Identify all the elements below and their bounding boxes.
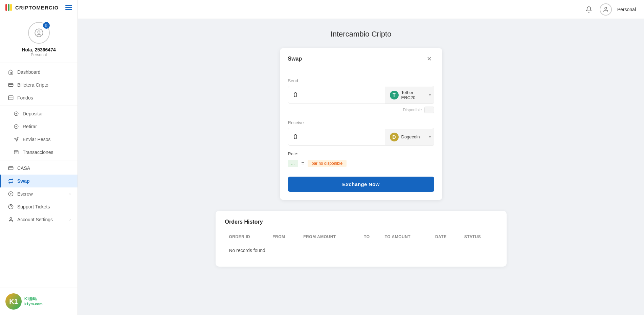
topbar-avatar[interactable]: [600, 3, 612, 16]
sidebar-item-label: Enviar Pesos: [23, 137, 71, 142]
chevron-down-icon: ▾: [429, 135, 431, 139]
page-content: Intercambio Cripto Swap ✕ Send T Tether …: [78, 19, 644, 315]
home-icon: [8, 69, 14, 75]
sidebar-item-casa[interactable]: CASA: [0, 162, 77, 175]
svg-point-0: [35, 29, 43, 37]
svg-point-1: [38, 31, 40, 33]
chevron-down-icon: ▾: [429, 93, 431, 97]
col-to: TO: [360, 232, 381, 242]
card-icon: [8, 95, 14, 101]
col-order-id: ORDER ID: [225, 232, 269, 242]
chevron-right-icon: ›: [69, 192, 71, 196]
sidebar-nav: Dashboard Billetera Cripto Fondos Deposi…: [0, 63, 77, 288]
sidebar-item-escrow[interactable]: Escrow ›: [0, 187, 77, 200]
profile-name: Hola, 25366474: [22, 47, 55, 52]
chevron-right-icon: ›: [69, 217, 71, 222]
user-icon: [8, 217, 14, 223]
sidebar-item-dashboard[interactable]: Dashboard: [0, 66, 77, 78]
sidebar-item-swap[interactable]: Swap: [0, 175, 77, 187]
receive-input-row: D Dogecoin ▾: [288, 128, 434, 146]
sidebar-item-label: Escrow: [17, 191, 66, 197]
sidebar-item-label: Fondos: [17, 95, 71, 100]
sidebar-item-label: Retirar: [23, 124, 71, 129]
sidebar-item-enviar[interactable]: Enviar Pesos: [0, 133, 77, 146]
receive-amount-input[interactable]: [288, 128, 385, 145]
svg-rect-16: [8, 166, 13, 170]
available-dots[interactable]: ...: [424, 107, 434, 113]
receive-token-select[interactable]: D Dogecoin ▾: [385, 129, 434, 145]
sidebar-item-transacciones[interactable]: Transacciones: [0, 146, 77, 159]
receive-label: Receive: [288, 120, 434, 125]
sidebar-item-account[interactable]: Account Settings ›: [0, 213, 77, 226]
sidebar-item-label: Billetera Cripto: [17, 82, 71, 88]
doge-icon: D: [390, 133, 399, 141]
sidebar-item-billetera[interactable]: Billetera Cripto: [0, 78, 77, 91]
wallet-icon: [8, 82, 14, 88]
orders-table-body: No records found.: [225, 242, 497, 259]
gear-badge[interactable]: ⚙: [43, 22, 50, 29]
support-icon: [8, 204, 14, 210]
sidebar-item-fondos[interactable]: Fondos: [0, 91, 77, 104]
receive-token-label: Dogecoin: [401, 134, 420, 139]
rate-row: ... = par no disponible: [288, 160, 434, 167]
sidebar-item-label: Dashboard: [17, 69, 71, 75]
send-amount-input[interactable]: [288, 86, 385, 104]
swap-icon: [8, 178, 14, 184]
rate-unavailable-badge: par no disponible: [308, 160, 347, 167]
col-from: FROM: [268, 232, 299, 242]
footer-text: K1源码k1ym.com: [24, 296, 43, 307]
sidebar-item-label: Depositar: [23, 111, 71, 116]
svg-rect-2: [8, 83, 13, 86]
rate-equals: =: [302, 161, 304, 166]
casa-icon: [8, 165, 14, 171]
send-token-select[interactable]: T Tether ERC20 ▾: [385, 87, 434, 104]
page-title: Intercambio Cripto: [94, 30, 628, 39]
exchange-now-button[interactable]: Exchange Now: [288, 177, 434, 192]
svg-rect-4: [8, 96, 13, 100]
send-input-row: T Tether ERC20 ▾: [288, 86, 434, 104]
brand-name: CRIPTOMERCIO: [15, 5, 59, 10]
topbar: Personal: [78, 0, 644, 19]
sidebar-item-label: Support Tickets: [17, 204, 71, 209]
swap-card: Swap ✕ Send T Tether ERC20 ▾ Disponible …: [280, 48, 442, 200]
col-from-amount: FROM AMOUNT: [299, 232, 360, 242]
no-records-message: No records found.: [225, 242, 497, 259]
orders-title: Orders History: [225, 219, 497, 225]
sidebar-item-depositar[interactable]: Depositar: [0, 107, 77, 120]
col-date: DATE: [431, 232, 460, 242]
svg-point-23: [10, 218, 12, 219]
sidebar-item-support[interactable]: Support Tickets: [0, 200, 77, 213]
hamburger-menu[interactable]: [65, 5, 72, 10]
svg-rect-13: [14, 151, 18, 154]
notifications-icon[interactable]: [583, 4, 594, 15]
tether-icon: T: [390, 91, 399, 99]
orders-table: ORDER ID FROM FROM AMOUNT TO TO AMOUNT D…: [225, 232, 497, 258]
logo-icon: [5, 4, 12, 11]
send-label: Send: [288, 78, 434, 83]
col-to-amount: TO AMOUNT: [381, 232, 431, 242]
table-row-empty: No records found.: [225, 242, 497, 259]
svg-point-24: [605, 7, 607, 9]
orders-table-head: ORDER ID FROM FROM AMOUNT TO TO AMOUNT D…: [225, 232, 497, 242]
sidebar-item-retirar[interactable]: Retirar: [0, 120, 77, 133]
sidebar-topbar: CRIPTOMERCIO: [0, 0, 77, 15]
available-row: Disponible ...: [288, 107, 434, 113]
avatar-wrap: ⚙: [28, 22, 50, 44]
sidebar: CRIPTOMERCIO ⚙ Hola, 25366474 Personal D…: [0, 0, 78, 315]
available-label: Disponible: [403, 108, 422, 112]
plus-circle-icon: [13, 111, 19, 117]
sidebar-item-label: Swap: [17, 178, 71, 184]
escrow-icon: [8, 191, 14, 197]
sidebar-item-label: Transacciones: [23, 150, 71, 155]
rate-section: Rate: ... = par no disponible: [288, 151, 434, 167]
sidebar-item-label: CASA: [17, 165, 71, 171]
close-button[interactable]: ✕: [425, 54, 434, 64]
col-status: STATUS: [460, 232, 497, 242]
profile-type: Personal: [31, 52, 47, 57]
minus-circle-icon: [13, 123, 19, 130]
transactions-icon: [13, 149, 19, 155]
swap-card-body: Send T Tether ERC20 ▾ Disponible ... Rec…: [280, 70, 442, 200]
send-icon: [13, 136, 19, 142]
swap-card-title: Swap: [288, 56, 302, 62]
rate-dots-badge: ...: [288, 160, 298, 167]
